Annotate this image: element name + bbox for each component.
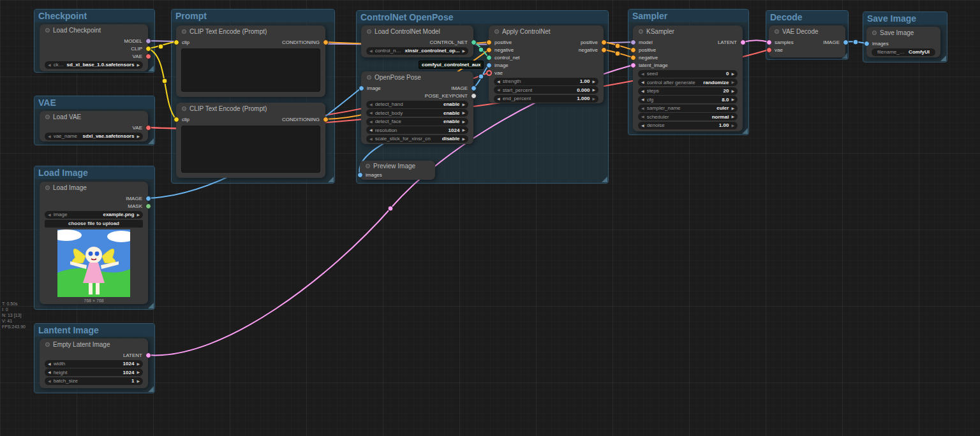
- prev-value-icon[interactable]: ◀: [48, 211, 51, 219]
- group-title[interactable]: VAE: [34, 96, 154, 109]
- collapse-dot-icon[interactable]: [366, 164, 370, 168]
- prev-value-icon[interactable]: ◀: [369, 101, 373, 108]
- node-empty-latent-image[interactable]: Empty Latent Image LATENT ◀width1024▶ ◀h…: [40, 338, 148, 388]
- node-load-controlnet-model[interactable]: Load ControlNet Model CONTROL_NET ◀contr…: [361, 25, 473, 57]
- decrement-icon[interactable]: ◀: [641, 87, 644, 95]
- next-value-icon[interactable]: ▶: [731, 113, 734, 120]
- collapse-dot-icon[interactable]: [775, 29, 779, 34]
- widget-batch-size[interactable]: ◀batch_size1▶: [45, 377, 143, 385]
- collapse-dot-icon[interactable]: [182, 106, 186, 111]
- node-ksampler[interactable]: KSampler modelLATENT positive negative l…: [633, 25, 743, 131]
- widget-strength[interactable]: ◀strength1.00▶: [494, 78, 598, 85]
- node-apply-controlnet[interactable]: Apply ControlNet positivepositive negati…: [489, 25, 604, 103]
- output-port-control-net[interactable]: [471, 40, 477, 45]
- output-port-latent[interactable]: [740, 40, 746, 45]
- next-value-icon[interactable]: ▶: [462, 109, 465, 117]
- output-port-vae[interactable]: [145, 54, 151, 59]
- decrement-icon[interactable]: ◀: [641, 122, 644, 129]
- prev-value-icon[interactable]: ◀: [369, 118, 373, 126]
- group-title[interactable]: Save Image: [863, 12, 947, 25]
- widget-control-after-generate[interactable]: ◀control after generaterandomize▶: [638, 78, 738, 86]
- choose-file-button[interactable]: choose file to upload: [45, 220, 143, 228]
- decrement-icon[interactable]: ◀: [369, 126, 373, 134]
- output-port-negative[interactable]: [601, 47, 607, 53]
- next-value-icon[interactable]: ▶: [462, 135, 465, 143]
- increment-icon[interactable]: ▶: [731, 96, 734, 103]
- node-openpose-pose[interactable]: OpenPose Pose imageIMAGE POSE_KEYPOINT ◀…: [361, 71, 473, 144]
- widget-detect-face[interactable]: ◀detect_faceenable▶: [366, 118, 468, 126]
- node-load-image[interactable]: Load Image IMAGE MASK ◀imageexample.png▶…: [40, 182, 148, 304]
- prev-value-icon[interactable]: ◀: [641, 105, 644, 112]
- group-title[interactable]: Decode: [766, 11, 848, 24]
- output-port-conditioning[interactable]: [323, 40, 329, 45]
- decrement-icon[interactable]: ◀: [641, 70, 644, 78]
- widget-resolution[interactable]: ◀resolution1024▶: [366, 126, 468, 134]
- widget-scheduler[interactable]: ◀schedulernormal▶: [638, 113, 738, 120]
- collapse-dot-icon[interactable]: [872, 31, 877, 35]
- input-port-negative[interactable]: [630, 55, 636, 61]
- input-port-image[interactable]: [359, 85, 364, 91]
- widget-seed[interactable]: ◀seed0▶: [638, 70, 738, 78]
- widget-start-percent[interactable]: ◀start_percent0.000▶: [494, 86, 598, 94]
- widget-detect-body[interactable]: ◀detect_bodyenable▶: [366, 109, 468, 117]
- next-value-icon[interactable]: ▶: [137, 211, 140, 219]
- decrement-icon[interactable]: ◀: [641, 96, 644, 103]
- output-port-image[interactable]: [471, 85, 477, 91]
- group-title[interactable]: Checkpoint: [34, 10, 154, 22]
- prev-value-icon[interactable]: ◀: [641, 78, 644, 86]
- output-port-latent[interactable]: [145, 352, 151, 358]
- decrement-icon[interactable]: ◀: [497, 86, 500, 94]
- widget-vae-name[interactable]: ◀vae_namesdxl_vae.safetensors▶: [45, 133, 143, 140]
- increment-icon[interactable]: ▶: [731, 87, 734, 95]
- prev-value-icon[interactable]: ◀: [369, 135, 373, 143]
- decrement-icon[interactable]: ◀: [48, 377, 51, 385]
- decrement-icon[interactable]: ◀: [48, 360, 51, 368]
- next-value-icon[interactable]: ▶: [731, 78, 734, 86]
- collapse-dot-icon[interactable]: [45, 115, 50, 119]
- collapse-dot-icon[interactable]: [45, 185, 50, 190]
- input-port-images[interactable]: [864, 41, 870, 47]
- widget-detect-hand[interactable]: ◀detect_handenable▶: [366, 101, 468, 108]
- input-port-negative[interactable]: [486, 47, 492, 53]
- group-title[interactable]: Prompt: [172, 10, 334, 22]
- output-port-vae[interactable]: [145, 125, 151, 131]
- output-port-mask[interactable]: [145, 203, 151, 209]
- widget-steps[interactable]: ◀steps20▶: [638, 87, 738, 95]
- decrement-icon[interactable]: ◀: [48, 368, 51, 376]
- next-value-icon[interactable]: ▶: [462, 47, 465, 55]
- node-save-image[interactable]: Save Image images filename_prefixComfyUI: [866, 27, 940, 57]
- increment-icon[interactable]: ▶: [462, 126, 465, 134]
- widget-image-file[interactable]: ◀imageexample.png▶: [45, 211, 143, 219]
- input-port-positive[interactable]: [630, 47, 636, 53]
- increment-icon[interactable]: ▶: [137, 377, 140, 385]
- increment-icon[interactable]: ▶: [592, 78, 595, 85]
- input-port-clip[interactable]: [174, 117, 179, 122]
- node-preview-image[interactable]: Preview Image images: [360, 161, 435, 180]
- node-vae-decode[interactable]: VAE Decode samplesIMAGE vae: [769, 25, 845, 57]
- widget-sampler-name[interactable]: ◀sampler_nameeuler▶: [638, 105, 738, 112]
- widget-controlnet-name[interactable]: ◀control_net_namexinsir_controlnet_op...…: [366, 47, 468, 55]
- increment-icon[interactable]: ▶: [731, 70, 734, 78]
- prev-value-icon[interactable]: ◀: [369, 47, 373, 55]
- next-value-icon[interactable]: ▶: [137, 133, 140, 140]
- output-port-image[interactable]: [843, 40, 849, 45]
- decrement-icon[interactable]: ◀: [497, 78, 500, 85]
- output-port-conditioning[interactable]: [323, 117, 329, 122]
- input-port-samples[interactable]: [766, 40, 772, 45]
- input-port-positive[interactable]: [486, 40, 492, 45]
- collapse-dot-icon[interactable]: [45, 342, 50, 347]
- input-port-control-net[interactable]: [486, 55, 492, 61]
- node-load-vae[interactable]: Load VAE VAE ◀vae_namesdxl_vae.safetenso…: [40, 111, 148, 142]
- widget-ckpt-name[interactable]: ◀ckpt_namesd_xl_base_1.0.safetensors▶: [45, 61, 143, 69]
- input-port-latent-image[interactable]: [630, 62, 636, 68]
- next-value-icon[interactable]: ▶: [462, 118, 465, 126]
- node-clip-text-encode-negative[interactable]: CLIP Text Encode (Prompt) clipCONDITIONI…: [176, 103, 325, 178]
- prev-value-icon[interactable]: ◀: [369, 109, 373, 117]
- prompt-text-input[interactable]: [181, 48, 320, 92]
- increment-icon[interactable]: ▶: [137, 360, 140, 368]
- input-port-clip[interactable]: [174, 40, 179, 45]
- widget-cfg[interactable]: ◀cfg8.0▶: [638, 96, 738, 103]
- next-value-icon[interactable]: ▶: [137, 61, 140, 69]
- group-title[interactable]: Sampler: [628, 10, 748, 22]
- node-graph-canvas[interactable]: T: 0.50s I: 0 N: 13 [13] V: 41 FPS:243.9…: [0, 0, 980, 436]
